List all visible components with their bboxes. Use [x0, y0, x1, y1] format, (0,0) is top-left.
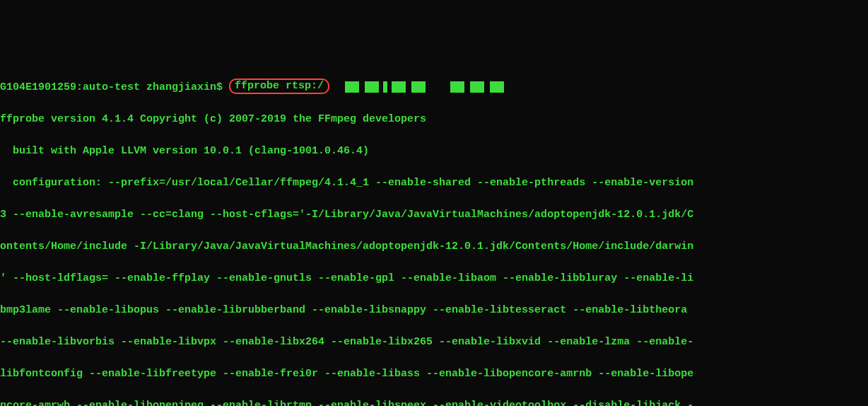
- command-highlight: ffprobe rtsp:/: [229, 79, 329, 94]
- terminal-output: G104E1901259:auto-test zhangjiaxin$ ffpr…: [0, 64, 868, 406]
- prompt-line: G104E1901259:auto-test zhangjiaxin$ ffpr…: [0, 80, 868, 96]
- config-line: ontents/Home/include -I/Library/Java/Jav…: [0, 239, 868, 255]
- config-line: --enable-libvorbis --enable-libvpx --ena…: [0, 335, 868, 351]
- redacted-block: [490, 81, 504, 93]
- build-line: built with Apple LLVM version 10.0.1 (cl…: [0, 144, 868, 160]
- redacted-block: [345, 81, 359, 93]
- config-line: configuration: --prefix=/usr/local/Cella…: [0, 175, 868, 192]
- redacted-block: [450, 81, 464, 93]
- config-line: ncore-amrwb --enable-libopenjpeg --enabl…: [0, 398, 868, 407]
- config-line: libfontconfig --enable-libfreetype --ena…: [0, 366, 868, 383]
- config-line: bmp3lame --enable-libopus --enable-libru…: [0, 303, 868, 319]
- redacted-block: [411, 81, 426, 93]
- shell-prompt: G104E1901259:auto-test zhangjiaxin$: [0, 81, 229, 93]
- redacted-dot: [383, 81, 387, 93]
- command-text: ffprobe rtsp:/: [235, 80, 324, 92]
- redacted-block: [365, 81, 379, 93]
- version-line: ffprobe version 4.1.4 Copyright (c) 2007…: [0, 112, 868, 128]
- config-line: 3 --enable-avresample --cc=clang --host-…: [0, 207, 868, 224]
- config-line: ' --host-ldflags= --enable-ffplay --enab…: [0, 271, 868, 287]
- redacted-block: [392, 81, 406, 93]
- redacted-block: [470, 81, 484, 93]
